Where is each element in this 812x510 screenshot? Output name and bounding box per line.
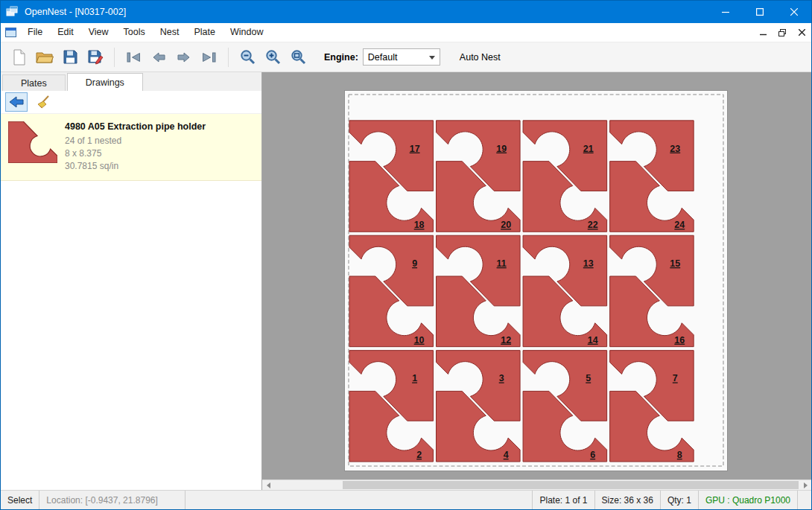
app-icon (1, 6, 23, 18)
mdi-minimize-button[interactable] (753, 24, 773, 42)
first-plate-button[interactable] (121, 45, 146, 69)
maximize-button[interactable] (743, 1, 777, 23)
part-number-label: 9 (412, 258, 417, 269)
new-file-button[interactable] (7, 45, 32, 69)
save-edit-icon (88, 50, 104, 65)
part-thumbnail (7, 121, 59, 173)
part-number-label: 3 (499, 373, 504, 383)
part-number-label: 24 (674, 220, 685, 230)
part-number-label: 10 (414, 335, 425, 345)
maximize-icon (756, 8, 764, 16)
main-toolbar: Engine: Default Auto Nest (1, 42, 811, 72)
horizontal-scrollbar[interactable] (262, 479, 811, 490)
auto-nest-button[interactable]: Auto Nest (454, 49, 507, 66)
save-icon (63, 50, 77, 64)
minimize-button[interactable] (708, 1, 743, 23)
last-plate-button[interactable] (197, 45, 222, 69)
nav-first-icon (125, 51, 142, 63)
scroll-left-arrow[interactable] (262, 480, 274, 490)
part-number-label: 14 (588, 335, 598, 345)
mdi-minimize-icon (760, 29, 767, 36)
status-mode: Select (1, 491, 39, 509)
minimize-icon (722, 8, 729, 16)
menu-view[interactable]: View (81, 23, 116, 42)
broom-icon (37, 95, 50, 109)
open-button[interactable] (32, 45, 57, 69)
part-number-label: 12 (501, 335, 511, 345)
nav-prev-icon (150, 51, 167, 63)
zoom-in-icon (265, 49, 281, 65)
zoom-fit-icon (291, 49, 306, 65)
part-number-label: 1 (412, 373, 417, 383)
status-tail (798, 491, 811, 509)
new-file-icon (12, 49, 27, 66)
zoom-out-icon (240, 49, 256, 65)
clean-button[interactable] (32, 92, 54, 112)
zoom-out-button[interactable] (235, 45, 260, 69)
part-number-label: 2 (416, 450, 422, 460)
left-panel: Plates Drawings (1, 72, 262, 490)
part-nested-count: 24 of 1 nested (65, 135, 206, 147)
engine-select[interactable]: Default (363, 48, 440, 66)
mdi-close-button[interactable] (792, 24, 811, 42)
part-number-label: 5 (586, 373, 591, 383)
close-icon (790, 8, 798, 16)
nav-next-icon (176, 51, 192, 63)
title-bar: OpenNest - [N0317-002] (1, 1, 811, 23)
window-title: OpenNest - [N0317-002] (25, 7, 126, 17)
menu-bar: File Edit View Tools Nest Plate Window (1, 23, 811, 42)
part-size: 8 x 8.375 (65, 147, 206, 160)
tab-plates[interactable]: Plates (2, 74, 66, 91)
nav-last-icon (201, 51, 218, 63)
status-size: Size: 36 x 36 (595, 491, 661, 509)
part-number-label: 13 (583, 258, 594, 269)
chevron-down-icon (429, 56, 435, 60)
menu-nest[interactable]: Nest (153, 23, 187, 42)
menu-edit[interactable]: Edit (50, 23, 81, 42)
mdi-restore-icon (778, 29, 786, 36)
part-title: 4980 A05 Extraction pipe holder (65, 121, 206, 132)
save-button[interactable] (57, 45, 83, 69)
status-gpu: GPU : Quadro P1000 (699, 491, 798, 509)
part-area: 30.7815 sq/in (65, 160, 206, 173)
close-button[interactable] (777, 1, 811, 23)
drawing-list-item[interactable]: 4980 A05 Extraction pipe holder 24 of 1 … (1, 114, 261, 181)
tab-drawings[interactable]: Drawings (67, 73, 143, 92)
menu-tools[interactable]: Tools (116, 23, 153, 42)
engine-label: Engine: (324, 52, 358, 63)
status-qty: Qty: 1 (661, 491, 699, 509)
prev-plate-button[interactable] (146, 45, 171, 69)
menu-window[interactable]: Window (223, 23, 270, 42)
mdi-restore-button[interactable] (773, 24, 792, 42)
engine-selected-value: Default (368, 52, 398, 63)
part-number-label: 19 (496, 144, 507, 154)
part-number-label: 11 (497, 258, 507, 269)
part-number-label: 8 (677, 450, 682, 460)
open-folder-icon (36, 51, 54, 64)
part-number-label: 21 (583, 144, 594, 154)
nest-svg: 171819202122232491011121314151612345678 (344, 90, 728, 471)
menu-plate[interactable]: Plate (186, 23, 223, 42)
part-number-label: 4 (504, 450, 509, 460)
part-number-label: 18 (414, 220, 425, 230)
nest-canvas[interactable]: 171819202122232491011121314151612345678 (262, 72, 811, 490)
drawings-toolbar (1, 91, 261, 114)
part-number-label: 7 (673, 373, 678, 383)
import-arrow-icon (9, 96, 24, 108)
part-number-label: 17 (410, 144, 420, 154)
menu-file[interactable]: File (20, 23, 50, 42)
next-plate-button[interactable] (171, 45, 197, 69)
mdi-child-icon[interactable] (1, 28, 20, 37)
zoom-fit-button[interactable] (285, 45, 311, 69)
scroll-right-arrow[interactable] (799, 480, 811, 490)
save-plate-button[interactable] (83, 45, 108, 69)
status-location: Location: [-0.9437, 21.8796] (39, 491, 185, 509)
part-number-label: 6 (590, 450, 595, 460)
part-number-label: 15 (670, 258, 680, 269)
scrollbar-thumb[interactable] (343, 481, 799, 489)
import-drawing-button[interactable] (5, 92, 28, 112)
mdi-close-icon (799, 29, 805, 36)
zoom-in-button[interactable] (260, 45, 285, 69)
part-number-label: 20 (501, 220, 511, 230)
app-window: OpenNest - [N0317-002] File Edit View To… (0, 0, 812, 510)
